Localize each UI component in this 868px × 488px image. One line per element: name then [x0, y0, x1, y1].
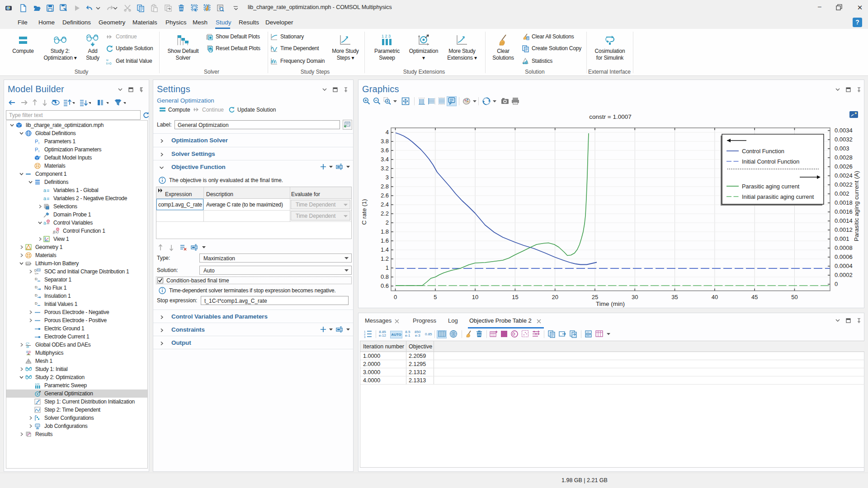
svg-text:D: D: [34, 269, 37, 272]
svg-text:Parasitic aging current (A): Parasitic aging current (A): [853, 171, 860, 241]
svg-text:0.0022: 0.0022: [835, 181, 853, 188]
svg-text:Li+: Li+: [35, 272, 39, 275]
svg-text:45: 45: [751, 294, 758, 300]
svg-text:2.2: 2.2: [381, 210, 389, 217]
svg-text:C rate (1): C rate (1): [361, 199, 368, 225]
svg-text:0.0024: 0.0024: [835, 172, 853, 179]
svg-text:Parasitic aging current: Parasitic aging current: [742, 183, 800, 190]
svg-text:0.002: 0.002: [835, 190, 849, 197]
svg-text:20: 20: [552, 294, 558, 300]
svg-text:4: 4: [386, 129, 389, 136]
svg-text:123: 123: [35, 383, 40, 385]
svg-text:1.8: 1.8: [381, 228, 389, 235]
svg-text:0: 0: [835, 281, 838, 287]
svg-text:0: 0: [394, 294, 397, 300]
svg-text:2: 2: [386, 219, 389, 226]
svg-text:0.0014: 0.0014: [835, 217, 853, 224]
svg-text:0.0002: 0.0002: [835, 272, 853, 278]
svg-text:3: 3: [364, 336, 366, 338]
svg-text:dt: dt: [26, 345, 29, 348]
svg-text:10: 10: [472, 294, 478, 300]
svg-text:2.8: 2.8: [381, 183, 389, 190]
svg-text:2.6: 2.6: [381, 192, 389, 199]
svg-text:0.0008: 0.0008: [835, 244, 853, 251]
svg-text:0.0034: 0.0034: [835, 127, 853, 134]
svg-text:Initial parasitic aging curren: Initial parasitic aging current: [742, 193, 814, 200]
svg-text:0.0004: 0.0004: [835, 263, 853, 269]
svg-text:f(x): f(x): [53, 230, 59, 234]
svg-text:3.8: 3.8: [381, 138, 389, 145]
svg-text:D: D: [35, 277, 38, 281]
svg-text:0.003: 0.003: [835, 145, 849, 152]
svg-text:D: D: [35, 293, 38, 297]
svg-text:0.0026: 0.0026: [835, 163, 853, 170]
svg-text:i: i: [38, 141, 39, 145]
svg-text:1.4: 1.4: [381, 246, 389, 253]
svg-text:5: 5: [434, 294, 437, 300]
svg-text:Initial Control Function: Initial Control Function: [742, 158, 799, 165]
svg-text:1.2: 1.2: [381, 255, 389, 262]
svg-text:35: 35: [671, 294, 678, 300]
svg-text:50: 50: [791, 294, 797, 300]
svg-text:Control Function: Control Function: [742, 148, 784, 155]
svg-text:1: 1: [386, 264, 389, 271]
svg-text:0.001: 0.001: [835, 235, 849, 242]
svg-text:25: 25: [592, 294, 598, 300]
svg-text:1 2 3: 1 2 3: [382, 34, 391, 38]
svg-text:Time (min): Time (min): [596, 300, 625, 307]
svg-text:1.6: 1.6: [381, 237, 389, 244]
svg-text:a: a: [43, 221, 46, 225]
svg-text:2.4: 2.4: [381, 201, 389, 208]
svg-text:P: P: [35, 139, 38, 144]
svg-text:a: a: [43, 196, 47, 201]
svg-text:0.8: 0.8: [381, 273, 389, 280]
svg-text:0.6: 0.6: [381, 282, 389, 289]
svg-text:3.2: 3.2: [381, 165, 389, 172]
svg-text:0.0016: 0.0016: [835, 208, 853, 215]
svg-text:D: D: [35, 285, 38, 289]
svg-text:i: i: [38, 149, 39, 153]
svg-text:0.0006: 0.0006: [835, 253, 853, 260]
svg-text:3.4: 3.4: [381, 156, 389, 163]
svg-text:3: 3: [386, 174, 389, 181]
svg-text:t=0: t=0: [106, 61, 112, 65]
svg-text:40: 40: [712, 294, 718, 300]
svg-text:constr = 1.0007: constr = 1.0007: [589, 113, 631, 120]
svg-text:C*: C*: [26, 342, 29, 345]
svg-text:Li+: Li+: [26, 263, 30, 265]
svg-text:0.0032: 0.0032: [835, 136, 853, 143]
svg-text:D: D: [35, 301, 38, 305]
svg-text:30: 30: [632, 294, 638, 300]
svg-text:15: 15: [512, 294, 518, 300]
svg-text:a: a: [43, 188, 47, 193]
svg-text:0.0018: 0.0018: [835, 199, 853, 206]
svg-text:0.0012: 0.0012: [835, 226, 853, 233]
svg-text:P: P: [35, 147, 38, 152]
svg-text:3.6: 3.6: [381, 147, 389, 154]
svg-text:0.0028: 0.0028: [835, 154, 853, 161]
